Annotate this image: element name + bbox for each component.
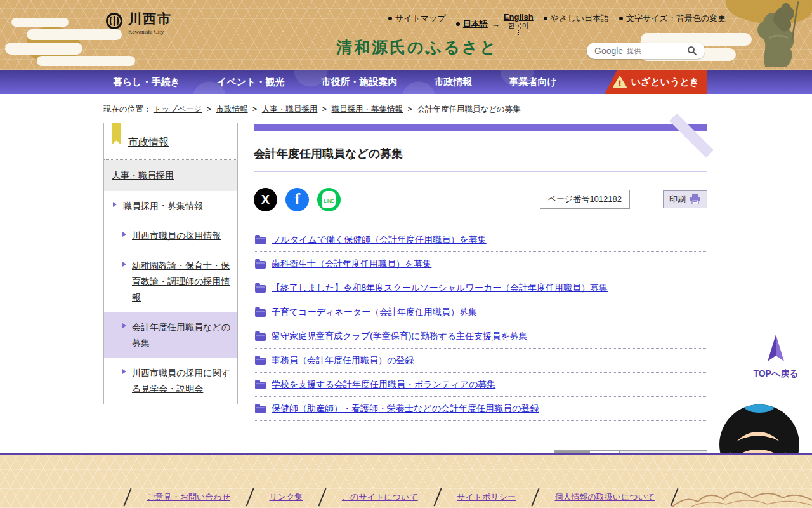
cloud-decoration bbox=[37, 56, 135, 66]
bullet-icon bbox=[456, 22, 460, 26]
sidebar-parent-link[interactable]: 人事・職員採用 bbox=[112, 170, 174, 180]
folder-icon bbox=[255, 237, 266, 244]
breadcrumb-prefix: 現在の位置： bbox=[103, 105, 151, 114]
language-more-icon bbox=[518, 30, 519, 36]
nav-item-event[interactable]: イベント・観光 bbox=[217, 76, 284, 88]
sidebar-title-link[interactable]: 市政情報 bbox=[128, 137, 169, 147]
text-size-label[interactable]: 文字サイズ・背景色の変更 bbox=[626, 13, 726, 24]
share-and-meta-row: X f LINE ページ番号1012182 印刷 bbox=[254, 187, 707, 211]
triangle-icon bbox=[122, 232, 126, 237]
sidebar: 市政情報 人事・職員採用 職員採用・募集情報 川西市職員の採用情報 幼稚園教諭・… bbox=[103, 123, 238, 404]
recruitment-link[interactable]: 事務員（会計年度任用職員）の登録 bbox=[272, 355, 414, 366]
breadcrumb: 現在の位置： トップページ > 市政情報 > 人事・職員採用 > 職員採用・募集… bbox=[103, 104, 521, 115]
facebook-icon: f bbox=[294, 190, 300, 209]
warning-icon bbox=[613, 76, 627, 88]
recruitment-link[interactable]: 歯科衛生士（会計年度任用職員）を募集 bbox=[272, 258, 431, 270]
folder-icon bbox=[255, 358, 266, 365]
triangle-icon bbox=[122, 262, 126, 267]
nav-item-kurashi[interactable]: 暮らし・手続き bbox=[113, 76, 180, 88]
list-item: 【終了しました】令和8年度スクールソーシャルワーカー（会計年度任用職員）募集 bbox=[254, 276, 707, 300]
site-name-en: Kawanishi City bbox=[128, 29, 172, 35]
recruitment-link-list: フルタイムで働く保健師（会計年度任用職員）を募集 歯科衛生士（会計年度任用職員）… bbox=[254, 228, 707, 421]
utility-links: サイトマップ 日本語 → English 한국어 やさしい日本語 bbox=[388, 13, 726, 36]
sidebar-parent-category[interactable]: 人事・職員採用 bbox=[104, 160, 237, 191]
main-content: 会計年度任用職員などの募集 X f LINE ページ番号1012182 印刷 bbox=[254, 124, 707, 471]
footer-link-about[interactable]: このサイトについて bbox=[342, 491, 418, 503]
triangle-icon bbox=[113, 202, 117, 207]
slash-divider bbox=[123, 488, 131, 506]
print-button[interactable]: 印刷 bbox=[663, 190, 707, 208]
x-share-button[interactable]: X bbox=[254, 188, 277, 211]
folder-icon bbox=[255, 333, 266, 341]
recruitment-link[interactable]: 子育てコーディネーター（会計年度任用職員）募集 bbox=[272, 307, 477, 318]
footer-link-policy[interactable]: サイトポリシー bbox=[457, 491, 516, 503]
sidebar-item-kengakukai[interactable]: 川西市職員の採用に関する見学会・説明会 bbox=[104, 358, 237, 404]
page-number-badge: ページ番号1012182 bbox=[540, 190, 630, 209]
city-emblem-icon bbox=[105, 12, 123, 30]
page-title: 会計年度任用職員などの募集 bbox=[254, 146, 707, 172]
language-korean[interactable]: 한국어 bbox=[508, 22, 529, 29]
language-selector[interactable]: 日本語 → English 한국어 bbox=[456, 13, 534, 36]
sidebar-item-kaikei-current[interactable]: 会計年度任用職員などの募集 bbox=[104, 312, 237, 358]
easy-japanese-label[interactable]: やさしい日本語 bbox=[551, 13, 609, 24]
site-search-input[interactable]: Google 提供 bbox=[587, 43, 705, 59]
breadcrumb-link-saiyo[interactable]: 職員採用・募集情報 bbox=[332, 105, 403, 114]
breadcrumb-link-jinji[interactable]: 人事・職員採用 bbox=[262, 105, 318, 114]
search-icon[interactable] bbox=[687, 46, 697, 56]
line-share-button[interactable]: LINE bbox=[317, 188, 341, 211]
slash-divider bbox=[531, 488, 539, 506]
language-english[interactable]: English bbox=[504, 13, 534, 22]
text-size-link[interactable]: 文字サイズ・背景色の変更 bbox=[619, 13, 726, 24]
footer-link-links[interactable]: リンク集 bbox=[270, 491, 303, 503]
up-arrow-icon bbox=[768, 335, 784, 363]
folder-icon bbox=[255, 261, 266, 269]
sitemap-link[interactable]: サイトマップ bbox=[388, 13, 446, 24]
line-icon: LINE bbox=[322, 191, 336, 208]
accent-bar bbox=[254, 124, 707, 131]
site-name: 川西市 bbox=[128, 10, 172, 28]
bullet-icon bbox=[544, 17, 547, 20]
footer-links: ご意見・お問い合わせ リンク集 このサイトについて サイトポリシー 個人情報の取… bbox=[108, 488, 694, 507]
folder-icon bbox=[255, 406, 266, 413]
nav-item-shiyakusho[interactable]: 市役所・施設案内 bbox=[321, 76, 397, 88]
slash-divider bbox=[433, 488, 442, 506]
list-item: 子育てコーディネーター（会計年度任用職員）募集 bbox=[254, 300, 707, 324]
triangle-icon bbox=[122, 369, 126, 374]
breadcrumb-current: 会計年度任用職員などの募集 bbox=[417, 105, 520, 114]
site-logo[interactable]: 川西市 Kawanishi City bbox=[105, 10, 172, 35]
sidebar-item-saiyo-joho[interactable]: 川西市職員の採用情報 bbox=[104, 221, 237, 251]
recruitment-link[interactable]: 学校を支援する会計年度任用職員・ボランティアの募集 bbox=[272, 379, 495, 391]
list-item: 保健師（助産師）・看護師・栄養士などの会計年度任用職員の登録 bbox=[254, 397, 707, 421]
nav-item-shisei[interactable]: 市政情報 bbox=[434, 76, 472, 88]
language-current[interactable]: 日本語 bbox=[463, 18, 488, 30]
search-provider-label: Google bbox=[594, 46, 623, 56]
sidebar-item-yochien[interactable]: 幼稚園教諭・保育士・保育教諭・調理師の採用情報 bbox=[104, 251, 237, 312]
triangle-icon bbox=[122, 323, 126, 328]
recruitment-link[interactable]: フルタイムで働く保健師（会計年度任用職員）を募集 bbox=[272, 234, 487, 246]
cloud-decoration bbox=[5, 43, 82, 55]
breadcrumb-link-home[interactable]: トップページ bbox=[154, 105, 202, 114]
search-provided-label: 提供 bbox=[627, 46, 641, 56]
folder-icon bbox=[255, 285, 266, 293]
samurai-statue-image bbox=[743, 0, 807, 67]
back-to-top-button[interactable]: TOPへ戻る bbox=[751, 335, 801, 380]
cloud-decoration bbox=[11, 18, 69, 27]
recruitment-link[interactable]: 留守家庭児童育成クラブ(学童保育)に勤務する主任支援員を募集 bbox=[272, 331, 528, 342]
slash-divider bbox=[246, 488, 254, 506]
sidebar-header: 市政情報 bbox=[104, 123, 237, 160]
list-item: 歯科衛生士（会計年度任用職員）を募集 bbox=[254, 252, 707, 276]
footer-link-contact[interactable]: ご意見・お問い合わせ bbox=[147, 491, 231, 503]
print-label: 印刷 bbox=[669, 194, 686, 205]
nav-item-jigyosha[interactable]: 事業者向け bbox=[509, 76, 556, 88]
site-footer: ご意見・お問い合わせ リンク集 このサイトについて サイトポリシー 個人情報の取… bbox=[0, 453, 812, 508]
slash-divider bbox=[318, 488, 327, 506]
recruitment-link[interactable]: 【終了しました】令和8年度スクールソーシャルワーカー（会計年度任用職員）募集 bbox=[272, 283, 608, 294]
breadcrumb-link-shisei[interactable]: 市政情報 bbox=[216, 105, 248, 114]
easy-japanese-link[interactable]: やさしい日本語 bbox=[544, 13, 609, 24]
footer-link-privacy[interactable]: 個人情報の取扱いについて bbox=[555, 491, 655, 503]
sitemap-link-label[interactable]: サイトマップ bbox=[395, 13, 446, 24]
recruitment-link[interactable]: 保健師（助産師）・看護師・栄養士などの会計年度任用職員の登録 bbox=[272, 403, 539, 415]
emergency-button[interactable]: いざというとき bbox=[605, 70, 707, 94]
sidebar-item-boshu-joho[interactable]: 職員採用・募集情報 bbox=[104, 191, 237, 221]
facebook-share-button[interactable]: f bbox=[285, 188, 309, 211]
